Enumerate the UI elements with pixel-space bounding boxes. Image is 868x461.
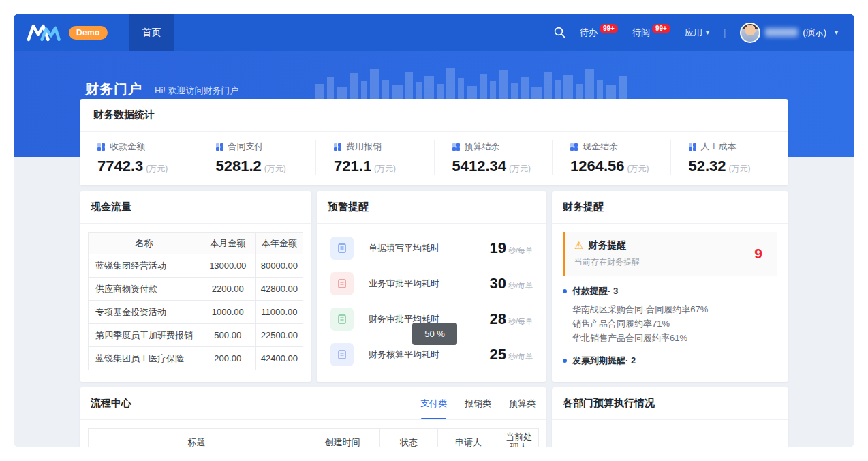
- stat-receipts: 收款金额 7742.3(万元): [80, 140, 198, 175]
- portal-window: Demo 首页 待办 99+ 待阅 99+ 应用 ▾ |: [14, 14, 854, 447]
- reminder-item: 销售产品合同履约率71%: [572, 316, 777, 331]
- bullet-dot-icon: [563, 359, 567, 363]
- toread-label: 待阅: [632, 27, 650, 39]
- stat-value: 1264.56(万元): [570, 158, 670, 175]
- apps-menu[interactable]: 应用 ▾: [685, 27, 709, 39]
- reminder-item: 华北销售产品合同履约率61%: [572, 331, 777, 345]
- grid-icon: [689, 143, 696, 151]
- budget-card-title: 各部门预算执行情况: [563, 397, 655, 410]
- stat-value: 7742.3(万元): [97, 158, 198, 175]
- grid-icon: [334, 143, 341, 151]
- table-row[interactable]: 蓝锐集团员工医疗保险 200.00 42400.00: [89, 347, 303, 370]
- chevron-down-icon: ▾: [706, 29, 709, 36]
- bullet-dot-icon: [563, 289, 567, 293]
- todo-label: 待办: [580, 27, 598, 39]
- grid-icon: [452, 143, 460, 151]
- process-card-title: 流程中心: [91, 397, 131, 410]
- finance-stats-card: 财务数据统计 收款金额 7742.3(万元) 合同支付 5281.2(万元) 费…: [80, 99, 788, 185]
- user-mode-label: (演示): [803, 27, 826, 39]
- alert-subtitle: 当前存在财务提醒: [574, 256, 768, 268]
- document-icon: [330, 308, 354, 331]
- document-icon: [330, 237, 354, 260]
- stat-value: 721.1(万元): [334, 158, 434, 175]
- stat-budget-balance: 预算结余 5412.34(万元): [434, 140, 553, 175]
- brand-area: Demo: [27, 24, 108, 42]
- cash-flow-card: 现金流量 名称 本月金额 本年金额 蓝锐集团经营活动 13000.00 8000…: [80, 191, 311, 382]
- group-label: 发票到期提醒· 2: [572, 355, 636, 367]
- stat-contract-pay: 合同支付 5281.2(万元): [198, 140, 316, 175]
- page-title: 财务门户: [85, 80, 142, 98]
- alert-title-text: 财务提醒: [588, 239, 626, 252]
- table-row[interactable]: 蓝锐集团经营活动 13000.00 80000.00: [89, 254, 303, 278]
- stat-cash-balance: 现金结余 1264.56(万元): [552, 140, 670, 175]
- budget-illustration: [613, 436, 728, 447]
- grid-icon: [570, 143, 578, 151]
- navbar-divider: |: [724, 27, 726, 38]
- cash-flow-table: 名称 本月金额 本年金额 蓝锐集团经营活动 13000.00 80000.00 …: [88, 232, 303, 370]
- finance-alert-banner: ⚠ 财务提醒 当前存在财务提醒 9: [563, 232, 777, 276]
- metric-value: 30秒/每单: [489, 275, 537, 293]
- dashboard-content: 财务数据统计 收款金额 7742.3(万元) 合同支付 5281.2(万元) 费…: [80, 99, 788, 447]
- table-row[interactable]: 专项基金投资活动 1000.00 11000.00: [89, 301, 303, 324]
- search-icon[interactable]: [554, 27, 565, 38]
- reminder-card-title: 财务提醒: [563, 200, 604, 213]
- process-center-card: 流程中心 支付类 报销类 预算类 标题 创建时间 状态 申请人 当前处理人: [80, 387, 546, 447]
- tab-payment[interactable]: 支付类: [420, 398, 447, 410]
- stat-expense: 费用报销 721.1(万元): [315, 140, 434, 175]
- apps-label: 应用: [685, 27, 702, 39]
- warning-triangle-icon: ⚠: [574, 239, 583, 252]
- document-icon: [330, 343, 354, 366]
- top-navbar: Demo 首页 待办 99+ 待阅 99+ 应用 ▾ |: [14, 14, 854, 51]
- toread-menu[interactable]: 待阅 99+: [632, 27, 670, 39]
- warning-reminder-card: 预警提醒 单据填写平均耗时 19秒/每单 业务审批平均耗时: [317, 191, 546, 382]
- process-tabs: 支付类 报销类 预算类: [420, 398, 536, 410]
- stat-value: 5412.34(万元): [452, 158, 553, 175]
- metric-value: 25秒/每单: [489, 346, 537, 363]
- tab-expense[interactable]: 报销类: [465, 398, 491, 410]
- city-skyline-graphic: [315, 63, 628, 103]
- document-icon: [330, 272, 354, 295]
- stat-value: 52.32(万元): [689, 158, 789, 175]
- table-header-row: 名称 本月金额 本年金额: [89, 233, 303, 254]
- budget-execution-card: 各部门预算执行情况: [552, 387, 788, 447]
- grid-icon: [216, 143, 223, 151]
- stat-value: 5281.2(万元): [216, 158, 316, 175]
- process-table: 标题 创建时间 状态 申请人 当前处理人: [88, 428, 539, 447]
- list-item: 单据填写平均耗时 19秒/每单: [330, 230, 537, 266]
- metric-value: 28秒/每单: [489, 310, 537, 328]
- metric-value: 19秒/每单: [489, 239, 537, 257]
- grid-icon: [97, 143, 105, 151]
- alert-count: 9: [754, 246, 762, 262]
- avatar[interactable]: [740, 23, 760, 43]
- cash-flow-title: 现金流量: [91, 200, 131, 213]
- hero-greeting: Hi! 欢迎访问财务门户: [155, 85, 239, 97]
- stats-row: 收款金额 7742.3(万元) 合同支付 5281.2(万元) 费用报销 721…: [80, 132, 788, 185]
- table-row[interactable]: 第四季度员工加班费报销 500.00 22500.00: [89, 324, 303, 347]
- group-label: 付款提醒· 3: [572, 285, 618, 297]
- list-item: 业务审批平均耗时 30秒/每单: [330, 266, 537, 301]
- stats-card-title: 财务数据统计: [93, 108, 155, 121]
- user-menu[interactable]: (演示) ▾: [740, 23, 838, 43]
- demo-badge: Demo: [69, 26, 108, 40]
- table-header-row: 标题 创建时间 状态 申请人 当前处理人: [89, 429, 539, 448]
- navbar-right: 待办 99+ 待阅 99+ 应用 ▾ | (演示) ▾: [554, 23, 838, 43]
- todo-menu[interactable]: 待办 99+: [580, 27, 618, 39]
- stat-labor-cost: 人工成本 52.32(万元): [670, 140, 789, 175]
- todo-count-badge: 99+: [600, 24, 618, 33]
- payment-reminder-group: 付款提醒· 3 华南战区采购合同-合同履约率67% 销售产品合同履约率71% 华…: [563, 285, 777, 345]
- duration-tooltip: 50 %: [412, 323, 457, 345]
- chevron-down-icon: ▾: [835, 29, 838, 36]
- warning-card-title: 预警提醒: [328, 200, 369, 213]
- table-row[interactable]: 供应商物资付款 2200.00 42800.00: [89, 278, 303, 301]
- user-name-redacted: [765, 28, 798, 37]
- finance-reminder-card: 财务提醒 ⚠ 财务提醒 当前存在财务提醒 9 付款提醒· 3: [552, 191, 788, 382]
- app-logo-icon: [27, 24, 63, 42]
- toread-count-badge: 99+: [652, 24, 670, 33]
- warning-list: 单据填写平均耗时 19秒/每单 业务审批平均耗时 30秒/每单: [317, 224, 546, 372]
- tab-budget[interactable]: 预算类: [509, 398, 536, 410]
- nav-tab-home[interactable]: 首页: [129, 14, 174, 51]
- invoice-reminder-group: 发票到期提醒· 2: [563, 355, 777, 367]
- reminder-item: 华南战区采购合同-合同履约率67%: [572, 302, 777, 316]
